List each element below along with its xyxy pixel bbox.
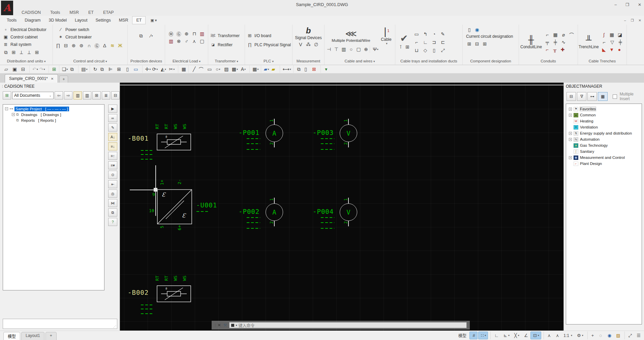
ribbon-icon[interactable]: ⊞	[404, 43, 411, 51]
grid-toggle[interactable]: #	[469, 332, 478, 339]
annotation-scale[interactable]: 1:1▾	[562, 332, 574, 339]
ribbon-icon[interactable]: ╪	[551, 38, 559, 46]
ribbon-icon[interactable]: ⟂	[18, 49, 25, 56]
menu-item[interactable]: CADISON	[18, 10, 45, 15]
ribbon-tab[interactable]: 3D Model	[44, 16, 71, 24]
sort-up[interactable]: ≡↑	[108, 152, 117, 160]
table-style[interactable]: ▦▾	[249, 65, 258, 73]
update[interactable]: ↻	[90, 65, 98, 73]
ribbon-icon[interactable]: ∅	[312, 41, 320, 48]
ribbon-icon[interactable]: ✚	[559, 46, 566, 53]
ribbon-icon[interactable]: ⌐	[543, 46, 551, 53]
resize-grip-icon[interactable]: ⋰	[113, 325, 116, 328]
catalog-item[interactable]: ♦ Gas Technology	[566, 142, 642, 148]
ribbon-icon[interactable]: ∟	[421, 38, 430, 46]
ribbon-icon[interactable]: ▦	[608, 31, 616, 38]
ribbon-button[interactable]: ∏PLC Physical Signal	[247, 41, 292, 48]
signal-probe-icon[interactable]: Ψ▾	[370, 46, 381, 53]
workspace-settings[interactable]: ⚙▾	[575, 332, 585, 339]
ribbon-icon[interactable]: ✎	[438, 30, 447, 38]
ribbon-icon[interactable]: ●	[616, 46, 623, 53]
filter-list[interactable]: ≡▾	[108, 161, 117, 169]
zoom-to[interactable]: ⊙	[108, 171, 117, 179]
ribbon-icon[interactable]: ⌐	[543, 31, 551, 38]
expander-icon[interactable]: +	[12, 113, 15, 116]
send-to[interactable]: ⧉	[108, 208, 117, 217]
ribbon-icon[interactable]: ≋	[109, 42, 116, 49]
ribbon-icon[interactable]: ⊟	[473, 40, 481, 48]
rotate[interactable]: ⟳▾	[151, 65, 159, 73]
tree-view-button[interactable]: ⊞	[92, 91, 101, 100]
cable-button[interactable]: ⎮1 Cable ▾	[377, 26, 395, 45]
crosshair[interactable]: +	[587, 332, 596, 339]
ribbon-icon[interactable]: ∩	[85, 42, 93, 49]
ribbon-group-label[interactable]: Distribution and units▾	[0, 58, 53, 65]
new-drawing[interactable]: ⊞	[49, 65, 57, 73]
ribbon-group-label[interactable]: Transformer▾	[208, 58, 245, 65]
ribbon-icon[interactable]: ╪	[616, 38, 624, 46]
edit-list[interactable]: ✎	[108, 123, 117, 132]
properties[interactable]: ▤▾	[78, 65, 87, 73]
tree-detail-box[interactable]: ⋰	[3, 319, 117, 329]
ribbon-icon[interactable]: ╤	[543, 38, 551, 46]
ribbon-button[interactable]: Ǝ|ƐTransformer	[210, 32, 245, 39]
ortho-toggle[interactable]: ∟	[490, 332, 500, 339]
export[interactable]: ⇤	[108, 180, 117, 188]
ribbon-icon[interactable]: ◇	[421, 46, 430, 54]
ribbon-tab[interactable]: Layout	[71, 16, 92, 24]
ribbon-icon[interactable]: ◔	[430, 30, 438, 38]
ribbon-icon[interactable]: V	[297, 41, 305, 48]
sheet[interactable]: ▯	[123, 65, 132, 73]
redo[interactable]: ↷▾	[38, 65, 47, 73]
arc[interactable]: ⌒	[197, 65, 205, 73]
ribbon-group-label[interactable]: PLC▾	[245, 58, 292, 65]
ribbon-icon[interactable]: ◣	[600, 46, 608, 53]
ribbon-tab[interactable]: ET	[132, 16, 146, 24]
ribbon-icon[interactable]: Ⓖ	[93, 42, 101, 49]
find[interactable]: ∞	[108, 114, 117, 122]
ribbon-icon[interactable]: ⊔	[412, 46, 421, 54]
ribbon-icon[interactable]: ⊏	[438, 38, 447, 46]
ribbon-group-label[interactable]: Control and circuit▾	[53, 58, 127, 65]
expander-icon[interactable]: +	[569, 108, 572, 111]
cable-tray-icon[interactable]: ✔	[400, 34, 408, 43]
isolate-objects[interactable]: ◌	[596, 332, 604, 339]
expander-icon[interactable]: +	[569, 132, 572, 135]
open[interactable]: ▱	[2, 65, 10, 73]
ribbon-icon[interactable]: ⊛	[70, 42, 78, 49]
tree-view-button[interactable]: ▥	[83, 91, 91, 100]
customize-wrench-icon[interactable]: ⚒	[223, 323, 227, 328]
new-document-button[interactable]: ⊞	[3, 91, 11, 100]
ribbon-icon[interactable]: ⊞	[465, 40, 473, 48]
menu-item[interactable]: ETAP	[99, 10, 118, 15]
catalog-item[interactable]: ⌠ Sanitary	[566, 148, 642, 154]
ribbon-group-label[interactable]: Cable Trenches	[578, 58, 626, 65]
ribbon-icon[interactable]: ▼	[608, 46, 616, 53]
ribbon-icon[interactable]: ⊚	[78, 42, 85, 49]
ribbon-icon[interactable]: ∏	[54, 42, 62, 49]
command-close-icon[interactable]: ✕	[218, 323, 221, 328]
ribbon-icon[interactable]: ⊞	[10, 49, 18, 56]
ribbon-group-label[interactable]: Component designation	[463, 58, 519, 65]
stretch[interactable]: ✂▾	[167, 65, 176, 73]
sort-down[interactable]: ≡↓	[108, 142, 117, 150]
document-filter-select[interactable]: All Documents ⌄	[12, 92, 54, 99]
layer-manager[interactable]: ⧉	[68, 65, 76, 73]
ribbon-options-icon[interactable]: ▣▾	[150, 18, 157, 23]
catalog-item[interactable]: + ⚑ Favorites	[566, 106, 642, 112]
catalog-item[interactable]: + ◉ Measurement and Control	[566, 154, 642, 161]
catalog-item[interactable]: + ▲ Common	[566, 112, 642, 118]
ribbon-icon[interactable]: ⊗	[175, 37, 183, 45]
menu-item[interactable]: ET	[84, 10, 98, 15]
annotation-visibility[interactable]: ⋏	[544, 332, 553, 339]
ribbon-button[interactable]: ▣Control cabinet	[3, 33, 53, 40]
purge[interactable]: ⊠	[310, 65, 318, 73]
ribbon-button[interactable]: ✶Circuit breaker	[58, 33, 127, 40]
mirror[interactable]: ◭▾	[159, 65, 167, 73]
filter[interactable]: ∇	[577, 92, 586, 101]
ribbon-button[interactable]: ▫Electrical Distributor	[3, 26, 53, 33]
isodraft[interactable]: ╳▾	[512, 332, 521, 339]
ribbon-icon[interactable]: ▦	[551, 31, 559, 38]
ribbon-icon[interactable]: ╥	[551, 46, 559, 53]
sort-az[interactable]: A↓	[108, 133, 117, 141]
